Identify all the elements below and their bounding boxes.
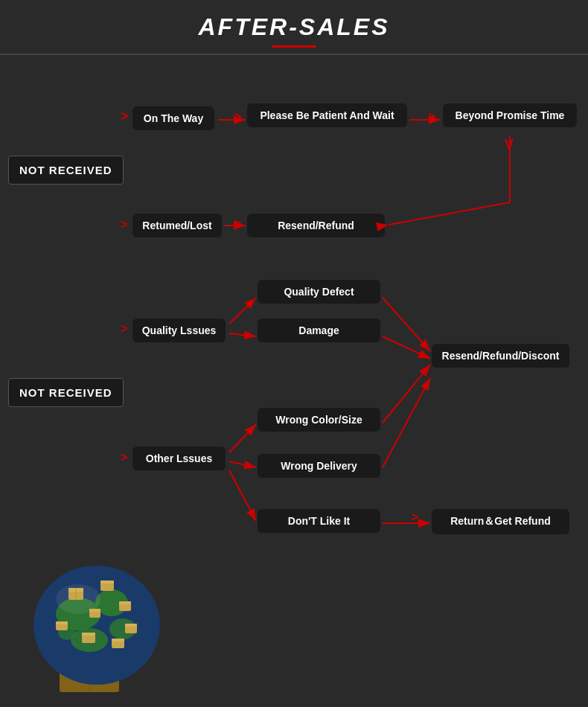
svg-text:>: > xyxy=(234,110,241,123)
beyond-promise-time-node: Beyond Promise Time xyxy=(443,103,577,127)
quality-defect-node: Quality Defect xyxy=(258,280,380,304)
svg-rect-46 xyxy=(82,633,95,636)
wrong-color-size-node: Wrong Color/Size xyxy=(258,408,380,432)
svg-rect-50 xyxy=(125,624,137,627)
svg-text:V: V xyxy=(505,137,514,152)
svg-line-20 xyxy=(229,424,256,452)
svg-text:>: > xyxy=(412,511,418,523)
svg-line-21 xyxy=(229,461,256,467)
header-separator xyxy=(0,54,588,55)
svg-line-17 xyxy=(383,298,430,351)
page-title: AFTER-SALES xyxy=(0,13,588,41)
svg-rect-48 xyxy=(56,621,68,624)
header: AFTER-SALES xyxy=(0,0,588,61)
not-received-label-2: NOT RECEIVED xyxy=(8,378,124,407)
svg-rect-52 xyxy=(89,609,100,612)
resend-refund-node-1: Resend/Refund xyxy=(247,214,385,237)
quality-issues-node: Quality Lssues xyxy=(132,319,226,342)
svg-point-31 xyxy=(33,566,160,685)
please-be-patient-node: Please Be Patient And Wait xyxy=(247,103,407,127)
wrong-delivery-node: Wrong Delivery xyxy=(258,454,380,478)
returned-lost-node: Retumed/Lost xyxy=(132,214,222,237)
dont-like-it-node: Don'T Like It xyxy=(258,509,380,533)
svg-line-16 xyxy=(229,333,256,336)
svg-text:>: > xyxy=(121,218,127,231)
damage-node: Damage xyxy=(258,319,380,342)
svg-text:>: > xyxy=(121,322,127,335)
resend-refund-discont-node: Resend/Refund/Discont xyxy=(432,344,569,368)
svg-rect-42 xyxy=(100,580,114,583)
svg-line-15 xyxy=(229,298,256,324)
svg-text:>: > xyxy=(429,110,435,123)
svg-line-18 xyxy=(383,336,430,359)
globe-illustration xyxy=(15,543,186,692)
svg-text:>: > xyxy=(121,109,129,124)
not-received-label-1: NOT RECEIVED xyxy=(8,156,124,185)
return-get-refund-node: Return＆Get Refund xyxy=(432,509,569,534)
svg-rect-44 xyxy=(119,601,131,604)
other-issues-node: Other Lssues xyxy=(132,447,226,470)
svg-text:>: > xyxy=(234,217,241,230)
svg-text:>: > xyxy=(121,451,127,464)
title-underline xyxy=(272,45,316,48)
svg-line-22 xyxy=(229,470,256,521)
on-the-way-node: On The Way xyxy=(132,106,214,130)
svg-line-24 xyxy=(383,378,430,467)
svg-rect-54 xyxy=(112,639,124,642)
svg-line-10 xyxy=(389,202,510,225)
svg-line-23 xyxy=(383,365,430,423)
